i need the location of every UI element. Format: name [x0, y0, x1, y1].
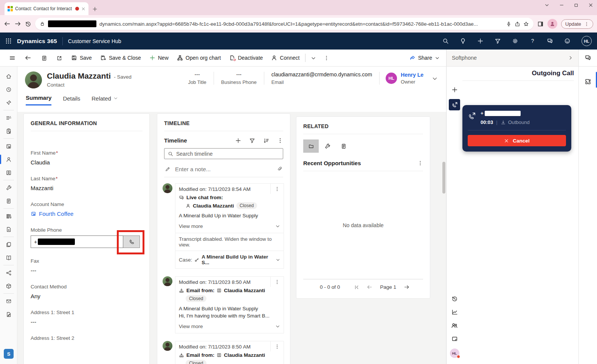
field-address1-street2[interactable]: Address 1: Street 2 — [31, 335, 143, 341]
sidebar-item-email-templates[interactable] — [0, 294, 17, 308]
window-minimize-button[interactable] — [559, 2, 564, 8]
entry-more-icon[interactable] — [270, 184, 284, 194]
command-overflow-chevron-icon[interactable] — [307, 54, 320, 61]
content-scrollbar-thumb[interactable] — [442, 162, 445, 194]
timeline-more-icon[interactable] — [277, 138, 283, 144]
analytics-icon[interactable] — [451, 308, 458, 315]
sidebar-item-article-templates[interactable] — [0, 238, 17, 251]
tab-summary[interactable]: Summary — [26, 94, 51, 105]
view-more-toggle[interactable]: View more — [179, 223, 280, 229]
teams-chat-rail-button[interactable] — [578, 50, 597, 66]
field-first-name[interactable]: First Name* Claudia — [31, 150, 143, 166]
contact-avatar[interactable] — [25, 71, 42, 88]
insights-bulb-icon[interactable] — [460, 38, 466, 44]
header-expand-chevron-icon[interactable] — [432, 75, 438, 82]
timeline-entry-box[interactable]: Modified on: 7/11/2023 8:54 AM Live chat… — [175, 183, 284, 269]
sidebar-item-dashboards[interactable] — [0, 111, 17, 124]
browser-menu-icon[interactable] — [584, 22, 589, 26]
first-page-icon[interactable] — [354, 285, 359, 290]
header-field-job-title[interactable]: --- Job Title — [181, 71, 213, 85]
tab-close-icon[interactable] — [81, 5, 85, 12]
related-tab-cases[interactable] — [319, 139, 335, 153]
sidebar-item-entitlements[interactable] — [0, 266, 17, 279]
sidebar-item-contracts[interactable] — [0, 308, 17, 321]
tab-search-chevron-icon[interactable] — [544, 2, 549, 8]
last-name-value[interactable]: Mazzanti — [31, 185, 143, 191]
contact-method-value[interactable]: Any — [31, 293, 143, 299]
browser-tab[interactable]: Contact: Contact for Interact — [5, 2, 88, 15]
entry-contact-name[interactable]: Claudia Mazzanti — [224, 352, 265, 358]
field-address1-street1[interactable]: Address 1: Street 1 --- — [31, 310, 143, 325]
app-name[interactable]: Customer Service Hub — [68, 38, 121, 44]
sidebar-item-cases[interactable] — [0, 181, 17, 194]
search-icon[interactable] — [442, 38, 449, 44]
previous-page-icon[interactable] — [367, 284, 372, 290]
dynamics-brand[interactable]: Dynamics 365 — [17, 38, 57, 45]
site-map-hamburger-icon[interactable] — [5, 54, 19, 61]
notes-card-icon[interactable] — [451, 335, 458, 342]
tab-details[interactable]: Details — [63, 94, 80, 105]
go-back-button[interactable] — [19, 54, 37, 62]
sidebar-item-products[interactable] — [0, 279, 17, 293]
next-page-icon[interactable] — [404, 284, 409, 290]
entry-contact-name[interactable]: Claudia Mazzanti — [224, 288, 265, 293]
field-last-name[interactable]: Last Name* Mazzanti — [31, 176, 143, 191]
open-org-chart-button[interactable]: Open org chart — [173, 50, 225, 66]
sidebar-item-recent[interactable] — [0, 83, 17, 96]
settings-gear-icon[interactable] — [512, 38, 518, 44]
view-more-toggle[interactable]: View more — [179, 324, 280, 329]
browser-update-button[interactable]: Update — [561, 19, 593, 29]
sidebar-item-contacts[interactable] — [0, 153, 17, 166]
field-fax[interactable]: Fax --- — [31, 258, 143, 274]
microphone-icon[interactable] — [506, 21, 512, 27]
more-commands-icon[interactable] — [320, 54, 333, 61]
deactivate-button[interactable]: Deactivate — [225, 50, 267, 66]
field-account-name[interactable]: Account Name Fourth Coffee — [31, 201, 143, 217]
user-avatar[interactable]: HL — [581, 36, 592, 46]
sidebar-item-pinned[interactable] — [0, 96, 17, 109]
related-tab-entitlements[interactable] — [336, 139, 351, 153]
back-button[interactable] — [4, 20, 11, 28]
new-button[interactable]: New — [145, 50, 173, 66]
mobile-phone-input[interactable]: + — [31, 235, 123, 248]
cancel-call-button[interactable]: Cancel — [468, 135, 566, 146]
sidebar-item-accounts[interactable] — [0, 139, 17, 153]
connect-button[interactable]: Connect — [267, 50, 304, 66]
agent-presence-avatar[interactable]: HL — [450, 349, 459, 358]
favorite-star-icon[interactable] — [523, 21, 529, 27]
field-mobile-phone[interactable]: Mobile Phone + — [31, 227, 143, 248]
entry-case-row[interactable]: Case: A Mineral Build Up in Water S... — [175, 251, 284, 268]
case-link[interactable]: A Mineral Build Up in Water S... — [202, 254, 273, 265]
first-name-value[interactable]: Claudia — [31, 159, 143, 166]
active-call-tab[interactable] — [449, 99, 460, 110]
chevron-down-icon[interactable] — [276, 257, 280, 262]
address-bar[interactable]: dynamics.com/main.aspx?appid=6685b74b-fc… — [35, 18, 533, 30]
sidebar-item-activities[interactable] — [0, 124, 17, 138]
timeline-search-input[interactable]: Search timeline — [164, 148, 283, 159]
filter-icon[interactable] — [495, 38, 501, 44]
waffle-menu-icon[interactable] — [5, 38, 12, 44]
sidebar-item-queues[interactable] — [0, 194, 17, 208]
add-session-plus-icon[interactable] — [451, 86, 458, 93]
sidebar-item-knowledge-articles[interactable] — [0, 209, 17, 223]
call-history-icon[interactable] — [451, 295, 458, 302]
plugin-puzzle-icon[interactable] — [579, 75, 597, 88]
window-maximize-button[interactable] — [574, 2, 578, 8]
smiley-feedback-icon[interactable] — [564, 38, 571, 44]
feedback-chat-icon[interactable] — [547, 38, 553, 44]
field-contact-method[interactable]: Contact Method Any — [31, 284, 143, 299]
attachment-paperclip-icon[interactable] — [277, 166, 282, 172]
help-icon[interactable] — [529, 38, 536, 44]
header-field-business-phone[interactable]: --- Business Phone — [214, 71, 264, 85]
sidebar-item-social-profiles[interactable] — [0, 166, 17, 179]
owner-field[interactable]: HL Henry Le Owner — [380, 72, 423, 85]
account-lookup-link[interactable]: Fourth Coffee — [31, 211, 143, 217]
timeline-entry-box[interactable]: Modified on: 7/11/2023 8:50 AM Email fro… — [175, 276, 284, 333]
forward-button[interactable] — [14, 20, 21, 28]
quick-create-plus-icon[interactable] — [477, 38, 484, 44]
owner-name-link[interactable]: Henry Le — [401, 72, 423, 78]
collapse-panel-chevron-icon[interactable] — [568, 55, 573, 60]
entry-more-icon[interactable] — [270, 341, 284, 352]
entry-more-icon[interactable] — [270, 277, 284, 287]
tab-related[interactable]: Related — [91, 94, 118, 105]
